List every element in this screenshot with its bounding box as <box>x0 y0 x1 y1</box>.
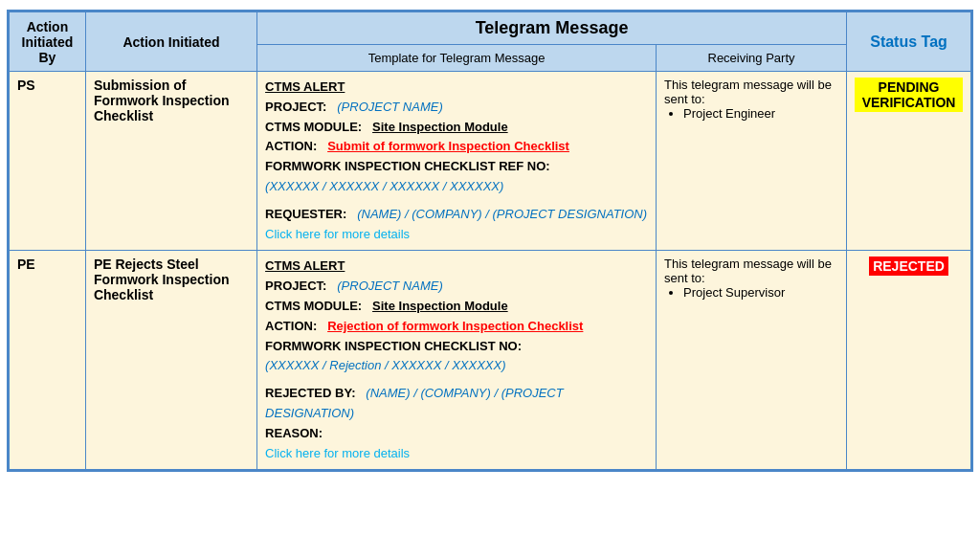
project-label-1: PROJECT: <box>265 100 326 114</box>
checklist-value-2[interactable]: (XXXXXX / Rejection / XXXXXX / XXXXXX) <box>265 358 505 372</box>
alert-label-2: CTMS ALERT <box>265 258 345 273</box>
receiving-cell-2: This telegram message will be sent to: P… <box>657 251 847 470</box>
action-value-2[interactable]: Rejection of formwork Inspection Checkli… <box>327 319 583 333</box>
receiving-parties-1: Project Engineer <box>683 106 838 121</box>
checklist-label-2: FORMWORK INSPECTION CHECKLIST NO: <box>265 339 522 353</box>
module-label-2: CTMS MODULE: <box>265 299 362 313</box>
col-header-action-by: Action Initiated By <box>10 12 86 72</box>
alert-label-1: CTMS ALERT <box>265 79 345 94</box>
receiving-intro-2: This telegram message will be sent to: <box>664 257 832 285</box>
col-header-template: Template for Telegram Message <box>257 45 657 72</box>
action-by-cell-1: PS <box>10 72 86 251</box>
header-row-1: Action Initiated By Action Initiated Tel… <box>10 12 971 45</box>
details-link-2[interactable]: Click here for more details <box>265 446 410 460</box>
action-label-2: ACTION: <box>265 319 317 333</box>
project-value-1[interactable]: (PROJECT NAME) <box>337 100 443 114</box>
template-content-1: CTMS ALERT PROJECT: (PROJECT NAME) CTMS … <box>265 78 648 244</box>
module-label-1: CTMS MODULE: <box>265 120 362 134</box>
template-cell-2: CTMS ALERT PROJECT: (PROJECT NAME) CTMS … <box>257 251 657 470</box>
col-header-telegram: Telegram Message <box>257 12 847 45</box>
col-header-action-initiated: Action Initiated <box>85 12 256 72</box>
main-table-wrapper: Action Initiated By Action Initiated Tel… <box>7 10 973 472</box>
list-item: Project Supervisor <box>683 285 838 300</box>
action-by-cell-2: PE <box>10 251 86 470</box>
checklist-value-1[interactable]: (XXXXXX / XXXXXX / XXXXXX / XXXXXX) <box>265 179 503 193</box>
details-link-1[interactable]: Click here for more details <box>265 227 410 241</box>
reason-label-2: REASON: <box>265 426 323 440</box>
status-badge-2: REJECTED <box>869 257 948 276</box>
action-value-1[interactable]: Submit of formwork Inspection Checklist <box>327 139 569 153</box>
status-cell-2: REJECTED <box>847 251 971 470</box>
action-initiated-cell-1: Submission of Formwork Inspection Checkl… <box>85 72 256 251</box>
list-item: Project Engineer <box>683 106 838 121</box>
status-badge-1: PENDING VERIFICATION <box>855 78 963 112</box>
table-row: PS Submission of Formwork Inspection Che… <box>10 72 971 251</box>
col-header-status: Status Tag <box>847 12 971 72</box>
template-cell-1: CTMS ALERT PROJECT: (PROJECT NAME) CTMS … <box>257 72 657 251</box>
receiving-intro-1: This telegram message will be sent to: <box>664 78 832 106</box>
receiving-parties-2: Project Supervisor <box>683 285 838 300</box>
col-header-receiving: Receiving Party <box>657 45 847 72</box>
module-value-2: Site Inspection Module <box>372 299 508 313</box>
action-label-1: ACTION: <box>265 139 317 153</box>
module-value-1: Site Inspection Module <box>372 120 508 134</box>
rejected-label-2: REJECTED BY: <box>265 386 355 400</box>
checklist-label-1: FORMWORK INSPECTION CHECKLIST REF NO: <box>265 159 550 173</box>
table-row: PE PE Rejects Steel Formwork Inspection … <box>10 251 971 470</box>
requester-label-1: REQUESTER: <box>265 207 346 221</box>
action-initiated-cell-2: PE Rejects Steel Formwork Inspection Che… <box>85 251 256 470</box>
receiving-cell-1: This telegram message will be sent to: P… <box>657 72 847 251</box>
project-label-2: PROJECT: <box>265 279 326 293</box>
requester-value-1[interactable]: (NAME) / (COMPANY) / (PROJECT DESIGNATIO… <box>357 207 647 221</box>
project-value-2[interactable]: (PROJECT NAME) <box>337 279 443 293</box>
status-cell-1: PENDING VERIFICATION <box>847 72 971 251</box>
template-content-2: CTMS ALERT PROJECT: (PROJECT NAME) CTMS … <box>265 257 648 463</box>
